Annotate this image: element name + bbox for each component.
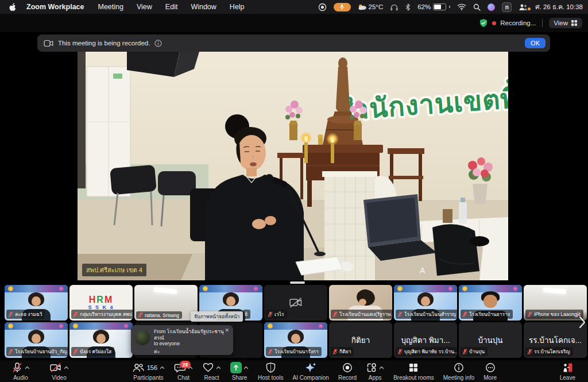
apps-icon (366, 362, 377, 373)
participant-name-label: บ้านปุน (461, 347, 488, 356)
heart-icon (202, 362, 214, 373)
cam-muted-icon (49, 362, 62, 373)
toolbar-record[interactable]: Record (334, 360, 361, 382)
toolbar-leave[interactable]: Leave (555, 360, 580, 382)
participant-tile[interactable]: rattana. Srisang (134, 285, 198, 321)
muted-mic-icon (397, 311, 403, 318)
muted-mic-icon (73, 349, 78, 355)
airpods-icon[interactable] (390, 3, 399, 11)
toolbar-apps[interactable]: Apps (361, 360, 389, 382)
participant-name-label: บังอร ศรีผ่องใส (71, 347, 114, 356)
menu-bar-clock[interactable]: ศ. 26 ธ.ค. 10:38 (535, 2, 583, 12)
next-page-chevron[interactable] (579, 316, 586, 329)
menu-view[interactable]: View (137, 3, 152, 11)
participant-tile[interactable]: โรงเรียนบ้านแดง(รัฐราษ... (329, 285, 392, 321)
participant-tile[interactable]: iPhone ของ Laaongjit (524, 285, 587, 321)
participant-tile[interactable]: HRMS S K 4กลุ่มบริหารงานบุคค สพป... (69, 285, 133, 321)
toolbar-host-tools[interactable]: Host tools (253, 360, 288, 382)
toolbar-label: AI Companion (293, 375, 329, 381)
participant-tile[interactable]: โรงเรียนบ้านโนนสำราญ (394, 285, 457, 321)
battery-percent: 62% (417, 3, 431, 10)
menu-help[interactable]: Help (230, 3, 245, 11)
battery-indicator[interactable]: 62% (417, 3, 450, 10)
toolbar-participants[interactable]: 156Participants (127, 360, 169, 382)
chevron-up-icon[interactable] (25, 366, 30, 369)
menu-edit[interactable]: Edit (165, 3, 178, 11)
toolbar-video[interactable]: Video (45, 360, 74, 382)
more-icon (485, 362, 496, 373)
recording-camera-icon (44, 40, 53, 47)
app-n-icon[interactable]: n (502, 2, 512, 12)
spotlight-search-icon[interactable] (473, 3, 481, 11)
muted-mic-icon (332, 349, 338, 355)
screen-record-indicator-icon[interactable] (318, 3, 327, 11)
toolbar-label: More (483, 375, 497, 381)
screenshot-tooltip: จับภาพหน้าจอทั้งหน้า (191, 311, 243, 322)
muted-mic-icon (332, 311, 338, 318)
strip-drag-handle[interactable] (290, 281, 305, 284)
participant-tile[interactable]: เวไร (264, 285, 327, 321)
wifi-icon[interactable] (457, 3, 466, 10)
ok-button[interactable]: OK (525, 38, 546, 48)
leave-icon (562, 362, 574, 373)
battery-icon (433, 3, 446, 10)
toolbar-more[interactable]: More (479, 360, 501, 382)
participant-name-label: บุญสิตา พิมาทัย รร.บ้าน... (396, 347, 457, 356)
fast-user-switch-icon[interactable] (519, 3, 528, 11)
siri-icon[interactable] (488, 3, 495, 11)
record-icon (342, 362, 353, 373)
toolbar-breakout-rooms[interactable]: Breakout rooms (389, 360, 439, 382)
muted-mic-icon (138, 312, 143, 318)
participant-tile[interactable]: โรงเรียนบ้านจานบัว_กัญ... (5, 322, 68, 358)
toolbar-label: Record (338, 375, 357, 381)
toolbar-react[interactable]: React (198, 360, 226, 382)
app-name[interactable]: Zoom Workplace (26, 3, 84, 11)
video-watermark: A (420, 266, 425, 275)
view-button[interactable]: View (549, 18, 582, 28)
participant-tile[interactable]: โรงเรียนบ้านอาราง (459, 285, 522, 321)
chevron-up-icon[interactable] (216, 366, 221, 369)
apple-icon[interactable] (9, 3, 16, 11)
info-icon (453, 362, 465, 373)
toolbar-share[interactable]: Share (226, 360, 253, 382)
info-icon[interactable] (154, 40, 162, 47)
mic-muted-icon (11, 362, 23, 373)
close-icon[interactable]: ✕ (225, 327, 229, 333)
chat-popup-message: ค่ะ (154, 349, 224, 355)
participant-tile[interactable]: บุญสิตา พิมา...บุญสิตา พิมาทัย รร.บ้าน..… (394, 322, 457, 358)
muted-mic-icon (268, 349, 273, 355)
banner-message: This meeting is being recorded. (58, 40, 150, 47)
menu-items: MeetingViewEditWindowHelp (98, 3, 257, 11)
participant-name-label: โรงเรียนบ้านอาราง (461, 310, 513, 319)
toolbar-meeting-info[interactable]: Meeting info (439, 360, 479, 382)
chevron-up-icon[interactable] (243, 366, 249, 369)
main-video[interactable]: สำนักงานเขตพื้นที่ (78, 52, 508, 280)
mic-in-use-pill[interactable] (334, 3, 351, 11)
menu-window[interactable]: Window (191, 3, 216, 11)
muted-mic-icon (268, 311, 273, 318)
participants-row-2: โรงเรียนบ้านจานบัว_กัญ...บังอร ศรีผ่องใส… (5, 322, 587, 358)
participant-tile[interactable]: กิติยากิติยา (329, 322, 392, 358)
chevron-up-icon[interactable] (64, 366, 69, 369)
participant-tile[interactable]: บ้านปุนบ้านปุน (459, 322, 522, 358)
shield-icon (265, 362, 276, 373)
muted-mic-icon (462, 311, 467, 318)
toolbar-audio[interactable]: Audio (7, 360, 34, 382)
participant-tile[interactable]: โรงเรียนบ้านนารังกา (264, 322, 327, 358)
menu-meeting[interactable]: Meeting (98, 3, 123, 11)
participant-name-label: ละออ งามฉวี (6, 310, 45, 319)
toolbar-ai-companion[interactable]: AI Companion (288, 360, 334, 382)
toolbar-chat[interactable]: Chat28 (169, 360, 198, 382)
chevron-up-icon[interactable] (379, 366, 384, 369)
participants-row-1: ละออ งามฉวีHRMS S K 4กลุ่มบริหารงานบุคค … (5, 285, 587, 321)
weather-icon[interactable]: 25°C (358, 3, 384, 10)
chat-popup-title: From โรงเรียนน้ำอ้อมรัฐประชานุสรณ์ (154, 329, 224, 341)
participant-tile[interactable]: รร.บ้านโคกเจ...รร.บ้านโคกเจริญ (524, 322, 587, 358)
chevron-up-icon[interactable] (160, 366, 165, 369)
encryption-shield-icon[interactable] (479, 18, 488, 28)
participant-tile[interactable]: บังอร ศรีผ่องใส (69, 322, 133, 358)
bluetooth-icon[interactable] (405, 3, 411, 11)
recording-status: Recording... (500, 20, 536, 26)
participant-tile[interactable]: ละออ งามฉวี (5, 285, 68, 321)
chat-notification-popup[interactable]: From โรงเรียนน้ำอ้อมรัฐประชานุสรณ์ to ev… (131, 325, 233, 355)
